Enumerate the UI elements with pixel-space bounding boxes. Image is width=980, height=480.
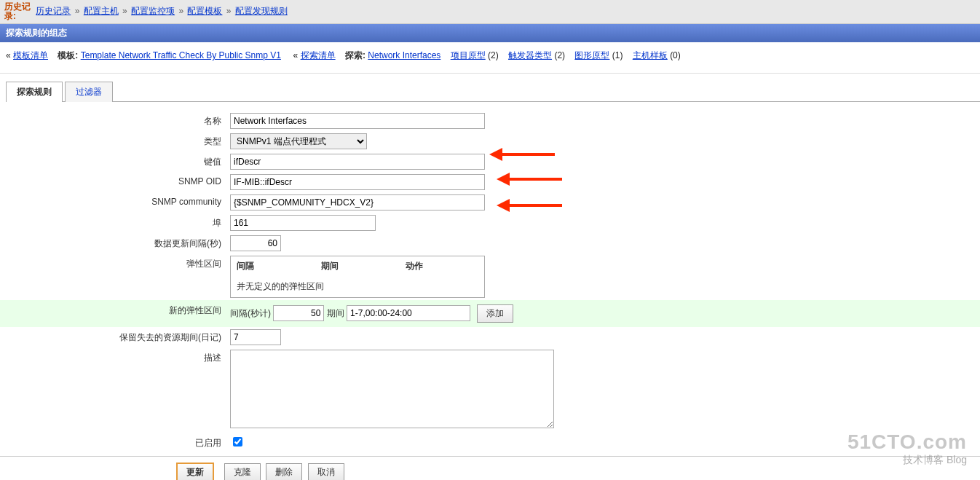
port-label: 埠 (0, 213, 227, 233)
type-label: 类型 (0, 131, 227, 152)
name-label: 名称 (0, 111, 227, 131)
key-input[interactable] (230, 154, 485, 170)
add-button[interactable]: 添加 (477, 304, 513, 323)
interval-input[interactable] (230, 235, 281, 251)
breadcrumb-item[interactable]: 配置模板 (187, 6, 222, 16)
form-table: 名称 类型 SNMPv1 端点代理程式 键值 SNMP OID SNMP com… (0, 111, 980, 452)
discovery-label: 探索: (345, 50, 365, 60)
oid-label: SNMP OID (0, 172, 227, 192)
breadcrumb-item[interactable]: 配置监控项 (131, 6, 175, 16)
breadcrumb-item[interactable]: 配置主机 (84, 6, 119, 16)
interval-label: 数据更新间隔(秒) (0, 233, 227, 253)
item-proto-count: (2) (488, 50, 499, 60)
breadcrumb-prefix: 历史记录: (4, 2, 33, 21)
name-input[interactable] (230, 113, 485, 129)
tab-filter[interactable]: 过滤器 (65, 82, 113, 102)
keeplost-input[interactable] (230, 329, 281, 345)
intervals-empty: 并无定义的的弹性区间 (231, 276, 484, 297)
intervals-box: 间隔 期间 动作 并无定义的的弹性区间 (230, 256, 485, 298)
clone-button[interactable]: 克隆 (224, 463, 261, 480)
port-input[interactable] (230, 215, 376, 231)
intervals-col-interval: 间隔 (231, 256, 315, 276)
intervals-col-period: 期间 (315, 256, 400, 276)
newflex-interval-input[interactable] (273, 305, 324, 321)
type-select[interactable]: SNMPv1 端点代理程式 (230, 133, 367, 149)
newflex-period-input[interactable] (347, 305, 470, 321)
oid-input[interactable] (230, 174, 485, 190)
tab-rule[interactable]: 探索规则 (6, 82, 63, 102)
discovery-link[interactable]: Network Interfaces (368, 50, 440, 60)
enabled-checkbox[interactable] (233, 437, 242, 446)
key-label: 键值 (0, 152, 227, 172)
flex-label: 弹性区间 (0, 253, 227, 300)
trigger-proto-count: (2) (554, 50, 565, 60)
section-title: 探索规则的组态 (0, 24, 980, 42)
keeplost-label: 保留失去的资源期间(日记) (0, 327, 227, 347)
arrow-icon (497, 197, 562, 214)
button-row: 更新 克隆 删除 取消 (0, 456, 980, 480)
desc-label: 描述 (0, 347, 227, 433)
breadcrumb-item[interactable]: 配置发现规则 (235, 6, 288, 16)
graph-proto-count: (1) (612, 50, 623, 60)
breadcrumb: 历史记录: 历史记录 » 配置主机 » 配置监控项 » 配置模板 » 配置发现规… (0, 0, 980, 24)
breadcrumb-item[interactable]: 历史记录 (36, 6, 71, 16)
intervals-col-action: 动作 (400, 256, 484, 276)
discovery-list-link[interactable]: 探索清单 (301, 50, 336, 60)
template-label: 模板: (58, 50, 78, 60)
svg-marker-3 (497, 173, 510, 186)
desc-textarea[interactable] (230, 350, 554, 428)
newflex-label: 新的弹性区间 (0, 300, 227, 327)
subnav: « 模板清单 模板: Template Network Traffic Chec… (0, 42, 980, 74)
template-list-link[interactable]: 模板清单 (13, 50, 48, 60)
enabled-label: 已启用 (0, 433, 227, 452)
community-label: SNMP community (0, 192, 227, 213)
newflex-period-label: 期间 (327, 308, 344, 318)
host-proto-link[interactable]: 主机样板 (633, 50, 668, 60)
arrow-icon (497, 170, 562, 188)
newflex-interval-label: 间隔(秒计) (230, 308, 271, 318)
trigger-proto-link[interactable]: 触发器类型 (508, 50, 552, 60)
cancel-button[interactable]: 取消 (308, 463, 344, 480)
delete-button[interactable]: 删除 (266, 463, 302, 480)
graph-proto-link[interactable]: 图形原型 (574, 50, 609, 60)
template-link[interactable]: Template Network Traffic Check By Public… (81, 50, 281, 60)
update-button[interactable]: 更新 (176, 463, 214, 480)
item-proto-link[interactable]: 项目原型 (451, 50, 486, 60)
tabs: 探索规则 过滤器 (6, 81, 980, 102)
community-input[interactable] (230, 194, 485, 211)
host-proto-count: (0) (670, 50, 681, 60)
svg-marker-5 (497, 199, 510, 212)
